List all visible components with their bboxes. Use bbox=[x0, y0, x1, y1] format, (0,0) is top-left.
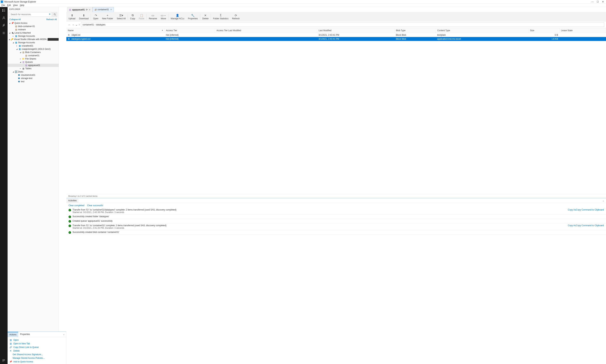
action-delete[interactable]: ✕Delete bbox=[8, 349, 66, 353]
crumb-segment[interactable]: datatypes bbox=[96, 24, 105, 26]
table-row[interactable]: 🗎16gb0.txtHot (inferred)3/1/2021, 2:43:4… bbox=[66, 33, 606, 37]
nav-dropdown-icon[interactable]: ⌄ bbox=[75, 23, 77, 26]
action-get-shared-access-signature-[interactable]: Get Shared Access Signature... bbox=[8, 353, 66, 356]
column-name[interactable]: Name▲ bbox=[66, 28, 164, 33]
close-tab-icon[interactable]: ✕ bbox=[89, 9, 90, 11]
clear-completed-link[interactable]: Clear completed bbox=[68, 204, 84, 207]
toolbar-refresh-button[interactable]: ⟳Refresh bbox=[230, 13, 242, 21]
crumb-segment[interactable]: container01 bbox=[83, 24, 94, 26]
menu-help[interactable]: Help bbox=[20, 4, 24, 6]
tree-subscription[interactable]: ◢🔑 Visual Studio Ultimate with MSDN (███… bbox=[8, 38, 59, 41]
menu-file[interactable]: File bbox=[1, 4, 5, 6]
tree-container01[interactable]: ▧ container01 bbox=[8, 54, 59, 57]
tree-local-attached[interactable]: ◢🔌 Local & Attached bbox=[8, 31, 59, 34]
tree-disk-item[interactable]: ⬢ storage-test bbox=[8, 77, 59, 80]
tree-disks[interactable]: ◢💽 Disks bbox=[8, 70, 59, 73]
tree-la-storage[interactable]: ▸▦ Storage Accounts bbox=[8, 34, 59, 38]
table-row[interactable]: 🗎datatypes.typed.csvHot (inferred)3/1/20… bbox=[66, 37, 606, 41]
toolbar-upload-button[interactable]: ⬆Upload bbox=[67, 13, 77, 21]
toolbar-rename-button[interactable]: ▭Rename bbox=[147, 13, 159, 21]
copy-azcopy-link[interactable]: Copy AzCopy Command to Clipboard bbox=[568, 208, 604, 211]
toolbar-paste-button: 📋Paste bbox=[137, 13, 146, 21]
activity-connect-icon[interactable] bbox=[2, 23, 6, 28]
column-content-type[interactable]: Content Type bbox=[436, 28, 529, 33]
column-blob-type[interactable]: Blob Type bbox=[394, 28, 436, 33]
nav-up-icon[interactable]: ↑ bbox=[79, 23, 80, 26]
tree-label: storage-test bbox=[21, 77, 32, 79]
toolbar-folder-statistics-button[interactable]: ΣFolder Statistics bbox=[211, 13, 230, 21]
action-copy-direct-link-to-queue[interactable]: 🔗Copy Direct Link to Queue bbox=[8, 345, 66, 349]
tree-qa-item[interactable]: ▧ msteam bbox=[8, 28, 59, 31]
toolbar-copy-button[interactable]: ⧉Copy bbox=[128, 13, 137, 21]
close-button[interactable]: ✕ bbox=[602, 0, 604, 3]
tree-sa-craxaltest01[interactable]: ▸▦ craxaltest01 bbox=[8, 44, 59, 47]
tree-file-shares[interactable]: ▸📁 File Shares bbox=[8, 57, 59, 60]
activities-tab[interactable]: Activities bbox=[66, 198, 78, 203]
activity-account-icon[interactable] bbox=[2, 16, 6, 20]
tree-appqueue01[interactable]: ▥ appqueue01 bbox=[8, 64, 59, 67]
app-title: Microsoft Azure Storage Explorer bbox=[4, 0, 36, 3]
clear-successful-link[interactable]: Clear successful bbox=[87, 204, 103, 207]
column-access-tier-last-modified[interactable]: Access Tier Last Modified bbox=[215, 28, 317, 33]
minimize-button[interactable]: — bbox=[591, 0, 593, 3]
action-open-in-new-tab[interactable]: ▥Open in New Tab bbox=[8, 342, 66, 345]
breadcrumb[interactable]: container01 › datatypes bbox=[81, 23, 604, 27]
close-tab-icon[interactable]: ✕ bbox=[110, 8, 112, 11]
activity-settings-icon[interactable] bbox=[2, 31, 6, 35]
tree-sa-cxappstorage01[interactable]: ◢▦ cxappstorage01 (ADLS Gen2) bbox=[8, 47, 59, 51]
tree-label: msteam bbox=[18, 28, 26, 31]
refresh-all-link[interactable]: Refresh All bbox=[46, 18, 57, 21]
container-icon: ▧ bbox=[94, 8, 96, 11]
maximize-button[interactable]: ☐ bbox=[597, 0, 599, 3]
toolbar-new-folder-button[interactable]: ＋New Folder bbox=[100, 13, 115, 21]
toolbar-label: Download bbox=[79, 17, 89, 20]
tab-properties[interactable]: Properties bbox=[18, 332, 32, 337]
column-last-modified[interactable]: Last Modified bbox=[317, 28, 394, 33]
toolbar-open-button[interactable]: ↷Open bbox=[91, 13, 100, 21]
tree-label: Queues bbox=[25, 61, 33, 63]
nav-back-icon[interactable]: ← bbox=[68, 23, 71, 26]
toolbar-label: Refresh bbox=[232, 17, 240, 20]
activities-chevron-icon[interactable]: ⌄ bbox=[601, 198, 606, 203]
search-input[interactable] bbox=[9, 12, 52, 17]
tree-disk-item[interactable]: ⬢ test bbox=[8, 80, 59, 83]
menu-view[interactable]: View bbox=[13, 4, 18, 6]
activity-feedback-icon[interactable] bbox=[2, 358, 6, 363]
nav-forward-icon[interactable]: → bbox=[72, 23, 74, 26]
menu-edit[interactable]: Edit bbox=[7, 4, 11, 6]
action-label: Manage Stored Access Policies... bbox=[13, 357, 45, 359]
tree-storage-accounts[interactable]: ◢▦ Storage Accounts bbox=[8, 41, 59, 44]
collapse-all-link[interactable]: Collapse All bbox=[9, 18, 21, 21]
toolbar-select-all-button[interactable]: ☰▾Select All bbox=[115, 13, 127, 21]
tree-quick-access[interactable]: ◢📌 Quick Access bbox=[8, 22, 59, 25]
tree-qa-item[interactable]: ▧ blob-container-01 bbox=[8, 25, 59, 28]
tab-container01[interactable]: ▧ container01 ✕ bbox=[92, 7, 114, 12]
toolbar-download-button[interactable]: ⬇Download bbox=[77, 13, 90, 21]
clear-search-icon[interactable]: ✕ bbox=[49, 13, 51, 15]
panel-chevron-icon[interactable]: ⌄ bbox=[62, 332, 66, 337]
action-add-to-quick-access[interactable]: 📌Add to Quick Access bbox=[8, 360, 66, 364]
svg-point-11 bbox=[54, 13, 55, 15]
column-access-tier[interactable]: Access Tier bbox=[164, 28, 215, 33]
column-size[interactable]: Size bbox=[529, 28, 559, 33]
toolbar-manage-acls-button[interactable]: 👤Manage ACLs bbox=[169, 13, 186, 21]
column-lease-state[interactable]: Lease State bbox=[559, 28, 606, 33]
copy-azcopy-link[interactable]: Copy AzCopy Command to Clipboard bbox=[568, 224, 604, 227]
tab-appqueue01[interactable]: ▥ appqueue01 ⟳ ✕ bbox=[67, 7, 92, 12]
svg-point-9 bbox=[2, 359, 4, 361]
action-manage-stored-access-policies-[interactable]: Manage Stored Access Policies... bbox=[8, 356, 66, 360]
toolbar-delete-button[interactable]: ✕Delete bbox=[201, 13, 210, 21]
new-folder-icon: ＋ bbox=[106, 14, 109, 17]
activity-explorer-icon[interactable] bbox=[2, 8, 6, 13]
sort-indicator-icon: ▲ bbox=[162, 29, 163, 31]
tree-queues[interactable]: ◢▥ Queues bbox=[8, 60, 59, 64]
tree-disk-item[interactable]: ⬢ cloudservice01 bbox=[8, 73, 59, 77]
toolbar-move-button[interactable]: ▭→Move bbox=[159, 13, 168, 21]
tab-actions[interactable]: Actions bbox=[8, 332, 18, 337]
tree-blob-containers[interactable]: ◢▧ Blob Containers bbox=[8, 51, 59, 54]
search-button[interactable] bbox=[52, 12, 57, 17]
toolbar-properties-button[interactable]: 🔧Properties bbox=[186, 13, 200, 21]
action-open[interactable]: ▥Open bbox=[8, 338, 66, 342]
tree-tables[interactable]: ▸▦ Tables bbox=[8, 67, 59, 70]
file-icon: 🗎 bbox=[68, 38, 70, 40]
